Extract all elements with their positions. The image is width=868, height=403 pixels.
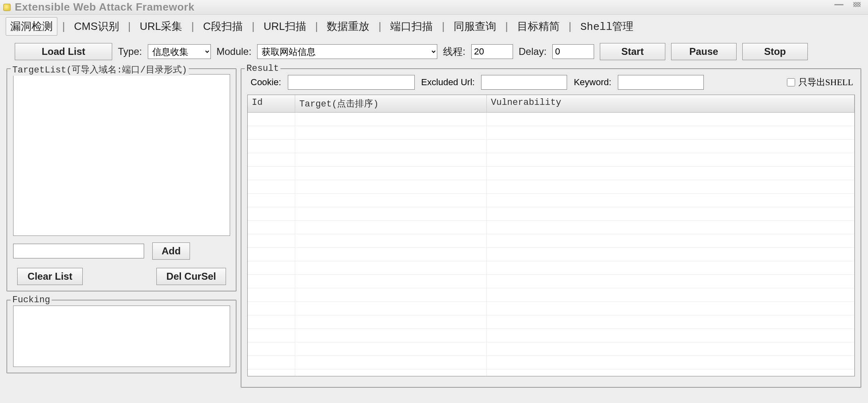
main-area: TargetList(可导入域名:端口/目录形式) Add Clear List… <box>0 65 868 388</box>
minimize-icon[interactable] <box>832 2 846 7</box>
target-add-input[interactable] <box>13 244 144 258</box>
clear-list-button[interactable]: Clear List <box>17 268 83 285</box>
tab-separator: | <box>503 20 511 33</box>
pause-button[interactable]: Pause <box>671 43 737 60</box>
table-row[interactable] <box>248 113 854 126</box>
app-title: Extensible Web Attack Framework <box>15 1 194 14</box>
table-row[interactable] <box>248 342 854 356</box>
tab-separator: | <box>60 20 68 33</box>
tab-1[interactable]: CMS识别 <box>70 18 123 35</box>
table-row[interactable] <box>248 180 854 194</box>
table-row[interactable] <box>248 167 854 180</box>
cell-id <box>248 261 295 274</box>
table-row[interactable] <box>248 315 854 329</box>
module-select[interactable]: 获取网站信息 <box>257 44 437 59</box>
type-select[interactable]: 信息收集 <box>148 44 211 59</box>
top-toolbar: Load List Type: 信息收集 Module: 获取网站信息 线程: … <box>0 39 868 65</box>
del-cursel-button[interactable]: Del CurSel <box>156 268 226 285</box>
tab-6[interactable]: 端口扫描 <box>386 18 437 35</box>
cell-target <box>295 126 487 139</box>
svg-rect-0 <box>834 4 843 5</box>
maximize-icon[interactable] <box>850 2 864 7</box>
tab-0[interactable]: 漏洞检测 <box>6 17 57 36</box>
col-target[interactable]: Target(点击排序) <box>295 95 487 112</box>
tab-9[interactable]: Shell管理 <box>576 18 637 35</box>
table-row[interactable] <box>248 288 854 302</box>
cookie-label: Cookie: <box>251 77 281 88</box>
table-row[interactable] <box>248 261 854 275</box>
table-row[interactable] <box>248 194 854 207</box>
cell-id <box>248 369 295 376</box>
cell-target <box>295 261 487 274</box>
targetlist-textarea[interactable] <box>13 74 230 236</box>
tab-2[interactable]: URL采集 <box>136 18 186 35</box>
excluded-url-input[interactable] <box>481 75 567 90</box>
cell-vuln <box>487 329 854 342</box>
add-button[interactable]: Add <box>152 242 190 260</box>
cell-target <box>295 315 487 328</box>
tab-7[interactable]: 同服查询 <box>450 18 500 35</box>
module-label: Module: <box>217 46 251 57</box>
table-row[interactable] <box>248 126 854 140</box>
cell-target <box>295 194 487 207</box>
cell-target <box>295 248 487 261</box>
cell-vuln <box>487 356 854 369</box>
table-row[interactable] <box>248 221 854 234</box>
cell-target <box>295 167 487 180</box>
keyword-input[interactable] <box>618 75 704 90</box>
tab-5[interactable]: 数据重放 <box>323 18 373 35</box>
table-row[interactable] <box>248 356 854 369</box>
cell-vuln <box>487 180 854 193</box>
fucking-textarea[interactable] <box>13 306 230 367</box>
window-titlebar: Extensible Web Attack Framework <box>0 0 868 15</box>
col-vulnerability[interactable]: Vulnerability <box>487 95 854 112</box>
cell-vuln <box>487 113 854 126</box>
export-shell-label: 只导出SHELL <box>798 76 853 88</box>
table-row[interactable] <box>248 302 854 315</box>
targetlist-group: TargetList(可导入域名:端口/目录形式) Add Clear List… <box>7 68 237 292</box>
cookie-input[interactable] <box>288 75 415 90</box>
table-row[interactable] <box>248 140 854 153</box>
cell-target <box>295 288 487 301</box>
table-row[interactable] <box>248 207 854 221</box>
tab-3[interactable]: C段扫描 <box>199 18 247 35</box>
tab-4[interactable]: URL扫描 <box>260 18 310 35</box>
cell-target <box>295 180 487 193</box>
table-row[interactable] <box>248 153 854 167</box>
start-button[interactable]: Start <box>600 43 665 60</box>
cell-id <box>248 126 295 139</box>
cell-target <box>295 153 487 166</box>
col-id[interactable]: Id <box>248 95 295 112</box>
cell-vuln <box>487 288 854 301</box>
load-list-button[interactable]: Load List <box>15 43 112 60</box>
cell-id <box>248 167 295 180</box>
export-shell-checkbox[interactable] <box>787 78 795 86</box>
cell-id <box>248 356 295 369</box>
threads-input[interactable] <box>471 44 513 59</box>
tab-separator: | <box>376 20 384 33</box>
tab-strip: 漏洞检测|CMS识别|URL采集|C段扫描|URL扫描|数据重放|端口扫描|同服… <box>0 15 868 39</box>
stop-button[interactable]: Stop <box>742 43 808 60</box>
cell-id <box>248 194 295 207</box>
table-row[interactable] <box>248 329 854 342</box>
result-filters: Cookie: Excluded Url: Keyword: 只导出SHELL <box>247 74 855 95</box>
table-row[interactable] <box>248 248 854 261</box>
cell-vuln <box>487 248 854 261</box>
table-row[interactable] <box>248 369 854 376</box>
delay-input[interactable] <box>552 44 594 59</box>
keyword-label: Keyword: <box>574 77 611 88</box>
cell-id <box>248 248 295 261</box>
tab-separator: | <box>439 20 447 33</box>
cell-vuln <box>487 207 854 220</box>
table-row[interactable] <box>248 234 854 248</box>
tab-separator: | <box>189 20 197 33</box>
table-row[interactable] <box>248 275 854 288</box>
tab-separator: | <box>313 20 321 33</box>
cell-target <box>295 369 487 376</box>
result-table-body <box>248 113 854 376</box>
tab-separator: | <box>126 20 133 33</box>
cell-target <box>295 329 487 342</box>
tab-8[interactable]: 目标精简 <box>513 18 564 35</box>
tab-separator: | <box>566 20 574 33</box>
fucking-group: Fucking <box>7 300 237 374</box>
